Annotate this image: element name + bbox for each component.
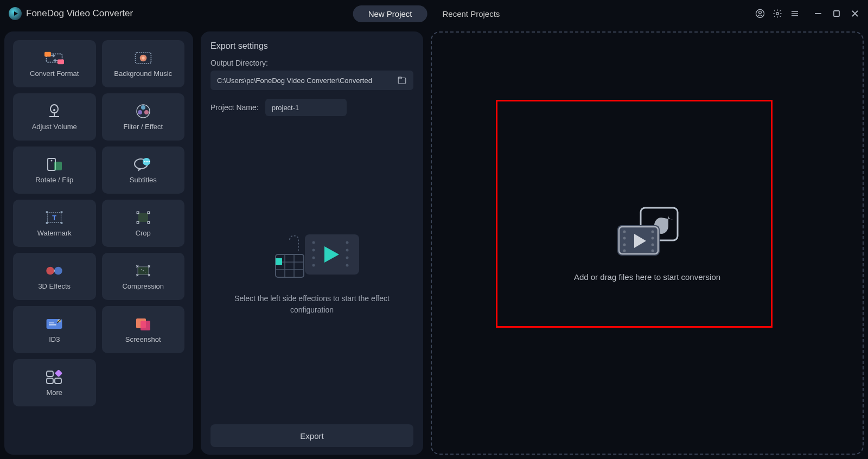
file-drop-zone[interactable]: Add or drag files here to start conversi… [431,31,864,455]
svg-point-69 [312,257,315,259]
tool-watermark[interactable]: T Watermark [13,200,96,247]
tool-filter-effect[interactable]: Filter / Effect [102,93,185,141]
tool-label: Convert Format [30,69,79,78]
compression-icon [133,263,153,279]
svg-rect-40 [137,221,139,224]
svg-point-25 [51,160,53,162]
app-logo-icon [9,7,22,20]
tool-compression[interactable]: Compression [102,253,185,300]
svg-rect-37 [138,213,148,222]
output-directory-value: C:\Users\pc\FoneDog Video Converter\Conv… [217,76,372,85]
tool-adjust-volume[interactable]: Adjust Volume [13,93,96,141]
tool-label: Subtitles [130,176,157,184]
svg-point-1 [759,11,762,14]
svg-rect-55 [141,321,150,330]
svg-point-46 [143,270,144,271]
svg-rect-32 [46,211,48,213]
folder-icon[interactable] [397,75,407,85]
app-name: FoneDog Video Converter [26,8,133,19]
svg-point-64 [346,249,349,252]
svg-text:T: T [52,214,56,222]
more-icon [44,369,64,385]
tool-convert-format[interactable]: Convert Format [13,40,96,87]
tool-label: Watermark [37,229,72,237]
adjust-volume-icon [44,103,64,119]
background-music-icon [133,50,153,66]
id3-icon [44,316,64,332]
tool-label: Background Music [114,69,172,78]
tool-label: ID3 [49,335,60,343]
tool-label: Crop [136,229,151,237]
tool-label: More [46,388,62,397]
svg-rect-12 [58,60,64,65]
tool-label: Rotate / Flip [35,176,73,184]
watermark-icon: T [44,209,64,226]
svg-rect-58 [55,378,61,384]
project-name-row: Project Name: [210,99,413,116]
svg-rect-7 [834,11,839,16]
user-icon[interactable] [755,9,765,18]
svg-point-66 [346,264,349,267]
convert-format-icon [44,50,64,66]
svg-rect-33 [61,211,63,213]
svg-point-48 [145,272,145,272]
maximize-icon[interactable] [832,9,841,18]
svg-point-18 [53,109,55,111]
tool-id3[interactable]: ID3 [13,306,96,353]
svg-rect-34 [46,222,48,224]
effect-hint-text: Select the left side effections to start… [210,293,413,316]
tool-crop[interactable]: Crop [102,200,185,247]
svg-point-68 [312,249,315,252]
project-name-label: Project Name: [210,103,259,112]
crop-icon [133,209,153,226]
svg-point-70 [312,264,315,267]
svg-rect-57 [47,378,53,384]
subtitles-icon [133,156,153,173]
svg-point-2 [776,12,779,15]
svg-rect-39 [148,212,150,214]
menu-icon[interactable] [790,9,800,18]
tool-sidebar: Convert Format Background Music Adjust V… [4,31,193,455]
output-directory-input[interactable]: C:\Users\pc\FoneDog Video Converter\Conv… [210,71,413,90]
tab-new-project[interactable]: New Project [353,5,427,22]
tool-background-music[interactable]: Background Music [102,40,185,87]
svg-rect-24 [54,162,62,170]
tab-recent-projects[interactable]: Recent Projects [427,5,515,22]
tool-rotate-flip[interactable]: Rotate / Flip [13,146,96,194]
svg-point-63 [346,241,349,244]
highlight-annotation [496,100,773,328]
svg-rect-56 [47,371,53,377]
svg-point-43 [54,267,62,275]
svg-point-67 [312,241,315,244]
svg-rect-38 [137,212,139,214]
screenshot-icon [133,316,153,332]
main-layout: Convert Format Background Music Adjust V… [0,27,868,459]
rotate-flip-icon [44,156,64,173]
svg-point-21 [144,110,149,114]
tool-more[interactable]: More [13,359,96,406]
filter-effect-icon [133,103,153,119]
tool-subtitles[interactable]: Subtitles [102,146,185,194]
effect-illustration-area: Select the left side effections to start… [210,116,413,424]
close-icon[interactable] [851,9,859,18]
project-name-input[interactable] [265,99,347,116]
tool-label: Compression [122,282,164,290]
svg-point-65 [346,257,349,259]
svg-point-30 [148,161,150,163]
svg-point-20 [141,105,145,110]
svg-rect-71 [276,254,304,277]
titlebar: FoneDog Video Converter New Project Rece… [0,0,868,27]
gear-icon[interactable] [773,9,782,18]
svg-point-42 [47,267,55,275]
export-settings-title: Export settings [210,41,413,51]
3d-effects-icon [44,263,64,279]
svg-point-28 [144,161,145,163]
export-button[interactable]: Export [210,424,413,447]
svg-point-22 [138,110,142,114]
titlebar-tabs: New Project Recent Projects [353,5,515,22]
tool-label: Screenshot [125,335,161,343]
tool-screenshot[interactable]: Screenshot [102,306,185,353]
minimize-icon[interactable] [814,9,822,18]
effect-illustration-icon [260,225,363,284]
tool-3d-effects[interactable]: 3D Effects [13,253,96,300]
